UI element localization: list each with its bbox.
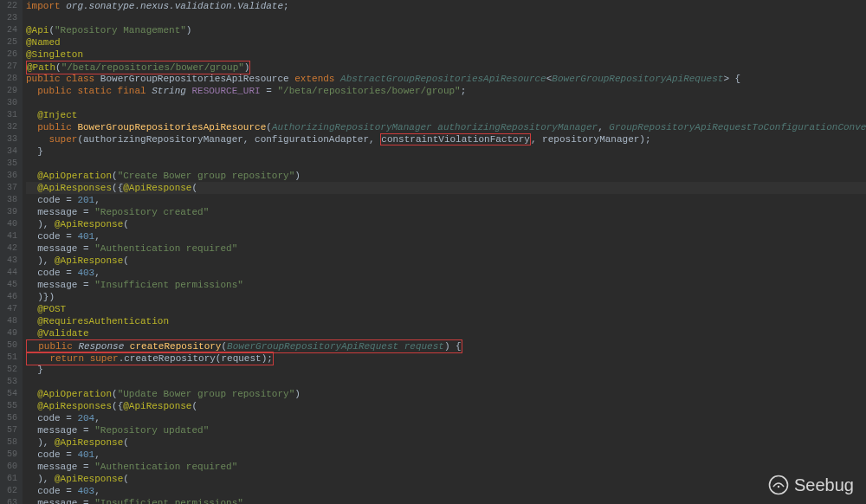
line-number: 44 xyxy=(0,267,17,279)
line-number: 49 xyxy=(0,327,17,339)
line-number: 56 xyxy=(0,412,17,424)
code-line: @Named xyxy=(26,36,866,48)
code-line: @ApiOperation("Create Bower group reposi… xyxy=(26,170,866,182)
code-line: @Inject xyxy=(26,109,866,121)
line-number: 61 xyxy=(0,473,17,485)
line-number: 53 xyxy=(0,376,17,388)
code-line: } xyxy=(26,364,866,376)
code-line: return super.createRepository(request); xyxy=(26,352,866,364)
code-line: @Validate xyxy=(26,327,866,339)
code-line: super(authorizingRepositoryManager, conf… xyxy=(26,133,866,145)
line-number: 43 xyxy=(0,255,17,267)
code-line: ), @ApiResponse( xyxy=(26,473,866,485)
line-number: 47 xyxy=(0,303,17,315)
code-line: )}) xyxy=(26,291,866,303)
code-line: code = 403, xyxy=(26,267,866,279)
code-line: @RequiresAuthentication xyxy=(26,315,866,327)
line-number: 27 xyxy=(0,61,17,73)
line-number: 46 xyxy=(0,291,17,303)
line-number: 38 xyxy=(0,194,17,206)
code-line: message = "Authentication required" xyxy=(26,242,866,255)
code-line: @Api("Repository Management") xyxy=(26,24,866,36)
code-line: @ApiResponses({@ApiResponse( xyxy=(26,182,866,194)
line-number: 59 xyxy=(0,449,17,461)
line-number: 45 xyxy=(0,279,17,291)
code-line: ), @ApiResponse( xyxy=(26,436,866,449)
line-number: 29 xyxy=(0,85,17,97)
line-number: 33 xyxy=(0,133,17,145)
line-number: 26 xyxy=(0,48,17,61)
line-number: 62 xyxy=(0,485,17,497)
code-line: @POST xyxy=(26,303,866,315)
line-number: 42 xyxy=(0,242,17,255)
code-line: message = "Insufficient permissions" xyxy=(26,279,866,291)
code-line: public class BowerGroupRepositoriesApiRe… xyxy=(26,73,866,85)
line-number: 25 xyxy=(0,36,17,48)
code-line: @ApiResponses({@ApiResponse( xyxy=(26,400,866,412)
watermark-text: Seebug xyxy=(794,479,854,491)
code-line: code = 401, xyxy=(26,449,866,461)
code-line xyxy=(26,158,866,170)
line-number: 58 xyxy=(0,436,17,449)
code-line: } xyxy=(26,145,866,158)
line-number: 41 xyxy=(0,230,17,242)
svg-point-1 xyxy=(778,486,779,488)
line-number: 23 xyxy=(0,12,17,24)
svg-point-0 xyxy=(770,476,788,494)
code-line: @Singleton xyxy=(26,48,866,61)
code-line: message = "Repository updated" xyxy=(26,424,866,436)
line-number: 36 xyxy=(0,170,17,182)
code-line: code = 204, xyxy=(26,412,866,424)
code-line: public Response createRepository(BowerGr… xyxy=(26,339,866,352)
code-line: code = 201, xyxy=(26,194,866,206)
line-number: 52 xyxy=(0,364,17,376)
code-line xyxy=(26,12,866,24)
seebug-logo-icon xyxy=(768,475,789,495)
code-content[interactable]: import org.sonatype.nexus.validation.Val… xyxy=(23,0,866,504)
code-line: code = 401, xyxy=(26,230,866,242)
line-number: 60 xyxy=(0,461,17,473)
line-number: 28 xyxy=(0,73,17,85)
watermark: Seebug xyxy=(768,475,854,495)
code-line xyxy=(26,376,866,388)
line-number: 54 xyxy=(0,388,17,400)
line-number: 55 xyxy=(0,400,17,412)
line-number: 22 xyxy=(0,0,17,12)
line-number: 57 xyxy=(0,424,17,436)
line-number: 48 xyxy=(0,315,17,327)
code-line: @Path("/beta/repositories/bower/group") xyxy=(26,61,866,73)
line-number: 34 xyxy=(0,145,17,158)
line-number: 24 xyxy=(0,24,17,36)
code-line: message = "Authentication required" xyxy=(26,461,866,473)
code-line: code = 403, xyxy=(26,485,866,497)
code-editor: 2223242526272829303132333435363738394041… xyxy=(0,0,866,504)
line-number: 32 xyxy=(0,121,17,133)
code-line: message = "Insufficient permissions" xyxy=(26,497,866,504)
code-line: @ApiOperation("Update Bower group reposi… xyxy=(26,388,866,400)
line-gutter: 2223242526272829303132333435363738394041… xyxy=(0,0,23,504)
line-number: 50 xyxy=(0,339,17,352)
code-line: public BowerGroupRepositoriesApiResource… xyxy=(26,121,866,133)
line-number: 51 xyxy=(0,352,17,364)
code-line: ), @ApiResponse( xyxy=(26,255,866,267)
line-number: 63 xyxy=(0,497,17,504)
line-number: 40 xyxy=(0,218,17,230)
code-line: ), @ApiResponse( xyxy=(26,218,866,230)
line-number: 39 xyxy=(0,206,17,218)
code-line xyxy=(26,97,866,109)
code-line: import org.sonatype.nexus.validation.Val… xyxy=(26,0,866,12)
code-line: message = "Repository created" xyxy=(26,206,866,218)
code-line: public static final String RESOURCE_URI … xyxy=(26,85,866,97)
line-number: 31 xyxy=(0,109,17,121)
line-number: 35 xyxy=(0,158,17,170)
line-number: 30 xyxy=(0,97,17,109)
line-number: 37 xyxy=(0,182,17,194)
